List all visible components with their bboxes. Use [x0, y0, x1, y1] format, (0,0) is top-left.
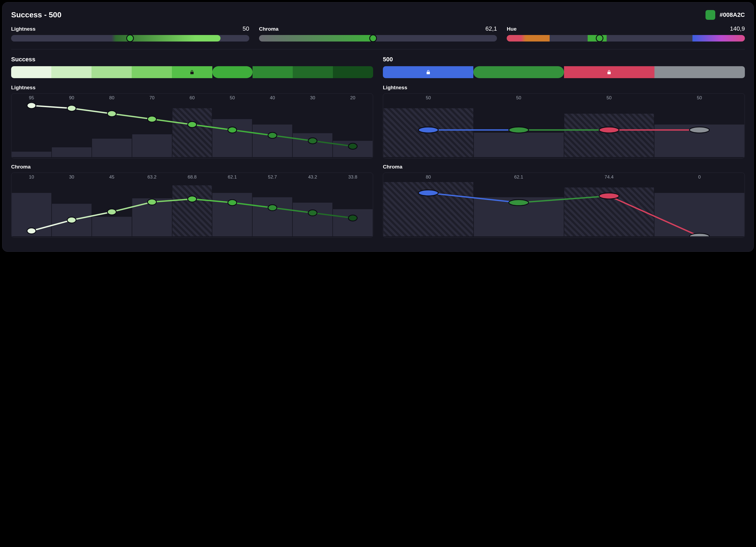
right-column: 500 Lightness50505050Chroma8062.174.40 [383, 56, 745, 243]
page-title: Success - 500 [11, 11, 61, 19]
tick-label: 10 [11, 175, 52, 182]
tick-label: 30 [292, 95, 333, 103]
hex-value: #008A2C [720, 11, 745, 18]
ramp-cell[interactable] [172, 66, 212, 78]
lightness-slider-block: Lightness 50 [11, 25, 249, 42]
chart-title: Lightness [11, 85, 373, 91]
lock-icon [607, 70, 612, 75]
slider-row: Lightness 50 Chroma 62,1 Hue 140,9 [11, 25, 745, 49]
lock-icon [190, 70, 194, 75]
hue-slider-block: Hue 140,9 [507, 25, 745, 42]
tick-label: 74.4 [564, 175, 654, 182]
chart-title: Chroma [383, 164, 745, 170]
chart-left_chroma: 10304563.268.862.152.743.233.8 [11, 173, 373, 238]
ramp-cell[interactable] [654, 66, 745, 78]
tick-label: 63.2 [132, 175, 172, 182]
chart-title: Chroma [11, 164, 373, 170]
chroma-slider[interactable] [259, 35, 497, 42]
lock-icon [426, 70, 431, 75]
tick-label: 60 [172, 95, 212, 103]
color-editor-panel: Success - 500 #008A2C Lightness 50 Chrom… [2, 2, 754, 252]
tick-label: 30 [52, 175, 92, 182]
tick-label: 62.1 [212, 175, 252, 182]
tick-label: 68.8 [172, 175, 212, 182]
ramp-cell[interactable] [253, 66, 293, 78]
hue-thumb[interactable] [596, 34, 603, 42]
ramp-cell[interactable] [564, 66, 654, 78]
chart-right_lightness: 50505050 [383, 93, 745, 159]
tick-label: 0 [654, 175, 745, 182]
tick-label: 52.7 [252, 175, 292, 182]
chart-title: Lightness [383, 85, 745, 91]
hex-display: #008A2C [705, 10, 745, 20]
panel-header: Success - 500 #008A2C [11, 10, 745, 20]
success-ramp [11, 66, 373, 78]
tick-label: 50 [564, 95, 654, 103]
tick-label: 20 [333, 95, 373, 103]
tick-label: 50 [212, 95, 252, 103]
ramp-cell[interactable] [473, 66, 564, 78]
ramp-cell[interactable] [293, 66, 333, 78]
shade-section-title: 500 [383, 56, 745, 63]
tick-label: 43.2 [292, 175, 333, 182]
hue-value: 140,9 [730, 25, 745, 32]
tick-label: 50 [474, 95, 564, 103]
lightness-thumb[interactable] [126, 34, 134, 42]
chroma-slider-block: Chroma 62,1 [259, 25, 497, 42]
tick-label: 50 [383, 95, 474, 103]
ramp-cell[interactable] [333, 66, 373, 78]
chart-right_chroma: 8062.174.40 [383, 173, 745, 238]
chart-left_lightness: 959080706050403020 [11, 93, 373, 159]
tick-label: 33.8 [333, 175, 373, 182]
lightness-value: 50 [242, 25, 249, 32]
color-swatch [705, 10, 715, 20]
chroma-value: 62,1 [486, 25, 497, 32]
chart-columns: Success Lightness959080706050403020Chrom… [11, 56, 745, 243]
tick-label: 95 [11, 95, 52, 103]
ramp-cell[interactable] [132, 66, 172, 78]
lightness-label: Lightness [11, 26, 36, 32]
tick-label: 90 [52, 95, 92, 103]
tick-label: 80 [383, 175, 474, 182]
left-column: Success Lightness959080706050403020Chrom… [11, 56, 373, 243]
ramp-cell[interactable] [92, 66, 132, 78]
ramp-cell[interactable] [51, 66, 92, 78]
shade-ramp [383, 66, 745, 78]
lightness-slider[interactable] [11, 35, 249, 42]
ramp-cell[interactable] [212, 66, 253, 78]
ramp-cell[interactable] [383, 66, 473, 78]
chroma-label: Chroma [259, 26, 279, 32]
hue-label: Hue [507, 26, 516, 32]
tick-label: 62.1 [474, 175, 564, 182]
tick-label: 45 [92, 175, 132, 182]
tick-label: 40 [252, 95, 292, 103]
tick-label: 80 [92, 95, 132, 103]
hue-slider[interactable] [507, 35, 745, 42]
success-section-title: Success [11, 56, 373, 63]
tick-label: 50 [654, 95, 745, 103]
ramp-cell[interactable] [11, 66, 51, 78]
tick-label: 70 [132, 95, 172, 103]
chroma-thumb[interactable] [369, 34, 377, 42]
